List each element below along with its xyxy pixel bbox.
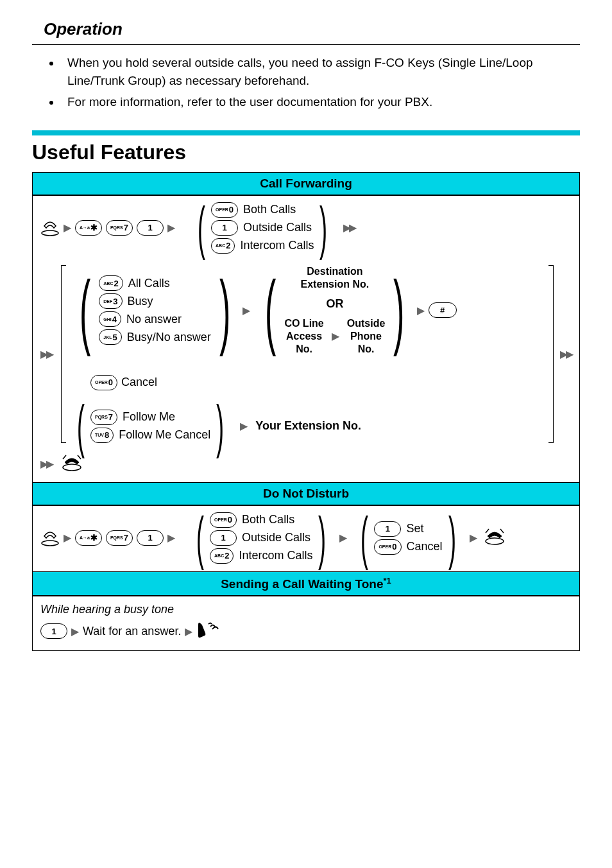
key-7: PQRS7 [90,410,117,425]
option-label: Busy/No answer [127,331,211,344]
continue-arrow-icon [40,347,52,361]
key-5: JKL5 [99,329,121,345]
cancel-label: Cancel [121,376,157,389]
key-star: A→a✱ [75,220,102,236]
option-label: Intercom Calls [240,239,314,252]
arrow-icon [417,304,425,317]
key-2: ABC2 [99,275,123,291]
arrow-icon [339,531,347,544]
wait-label: Wait for an answer. [83,625,181,638]
arrow-icon [332,329,339,343]
feature-body-call-waiting: While hearing a busy tone 1 Wait for an … [33,596,579,650]
arrow-icon [242,304,250,317]
arrow-icon [240,419,248,433]
section-divider [32,130,580,135]
key-7: PQRS7 [106,530,133,546]
key-0: OPER0 [211,202,238,218]
co-line-label: CO Line [284,317,323,330]
key-1: 1 [210,530,237,546]
option-label: Intercom Calls [239,549,312,562]
arrow-icon [167,221,175,234]
notes-list: When you hold several outside calls, you… [32,54,580,111]
option-label: Busy [128,295,153,308]
access-label: Access [286,330,322,343]
feature-header-call-forwarding: Call Forwarding [33,173,579,195]
key-1: 1 [211,220,238,236]
onhook-icon [484,527,506,548]
continue-arrow-icon [343,221,355,234]
svg-point-2 [42,541,58,546]
outside-label: Outside [347,317,386,330]
key-0: OPER0 [210,512,237,528]
option-label: Follow Me [123,410,175,424]
no-label: No. [358,343,375,356]
arrow-icon [167,531,175,544]
feature-body-call-forwarding: A→a✱ PQRS7 1 ( OPER0Both Calls 1Outside … [33,195,579,482]
or-label: OR [326,297,343,311]
page-title: Operation [44,19,580,39]
option-label: Both Calls [243,203,296,216]
key-4: GHI4 [99,311,121,327]
list-item: When you hold several outside calls, you… [61,54,580,89]
key-1: 1 [40,623,67,639]
arrow-icon [470,531,477,544]
option-label: All Calls [128,277,170,290]
no-label: No. [296,343,312,356]
option-label: Set [406,522,423,535]
arrow-icon [185,625,192,638]
option-label: Outside Calls [243,221,312,234]
dest-label: Extension No. [301,278,370,291]
key-7: PQRS7 [106,220,133,236]
precondition-text: While hearing a busy tone [40,603,572,616]
dest-label: Destination [307,265,362,278]
key-star: A→a✱ [75,530,102,546]
section-title: Useful Features [32,141,580,164]
offhook-icon [40,220,60,236]
arrow-icon [64,221,71,234]
arrow-icon [71,625,79,638]
option-label: Both Calls [242,513,294,526]
option-label: Follow Me Cancel [119,428,210,442]
svg-point-0 [42,230,58,236]
svg-point-1 [63,464,81,471]
key-3: DEF3 [99,293,122,309]
option-label: Cancel [407,540,443,553]
key-1: 1 [137,220,164,236]
continue-arrow-icon [40,457,52,471]
features-table: Call Forwarding A→a✱ PQRS7 1 ( OPER0Both… [32,172,580,651]
continue-arrow-icon [560,347,572,361]
feature-body-dnd: A→a✱ PQRS7 1 ( OPER0Both Calls 1Outside … [33,505,579,571]
footnote-ref: *1 [384,576,391,586]
key-hash: # [429,302,457,318]
key-1: 1 [374,521,401,537]
list-item: For more information, refer to the user … [61,93,580,111]
key-2: ABC2 [211,238,235,254]
key-1: 1 [137,530,164,546]
svg-point-3 [486,538,504,544]
cw-title-text: Sending a Call Waiting Tone [221,577,383,591]
key-2: ABC2 [210,548,234,564]
title-rule [32,44,580,45]
key-8: TUV8 [90,428,114,443]
your-ext-label: Your Extension No. [255,419,361,433]
phone-label: Phone [350,330,382,343]
feature-header-dnd: Do Not Disturb [33,482,579,505]
option-label: No answer [126,313,182,326]
talk-icon [196,620,219,643]
key-0: OPER0 [374,539,401,555]
key-0: OPER0 [90,375,117,390]
offhook-icon [40,530,60,546]
option-label: Outside Calls [242,531,310,544]
arrow-icon [64,531,71,544]
feature-header-call-waiting: Sending a Call Waiting Tone*1 [33,571,579,596]
